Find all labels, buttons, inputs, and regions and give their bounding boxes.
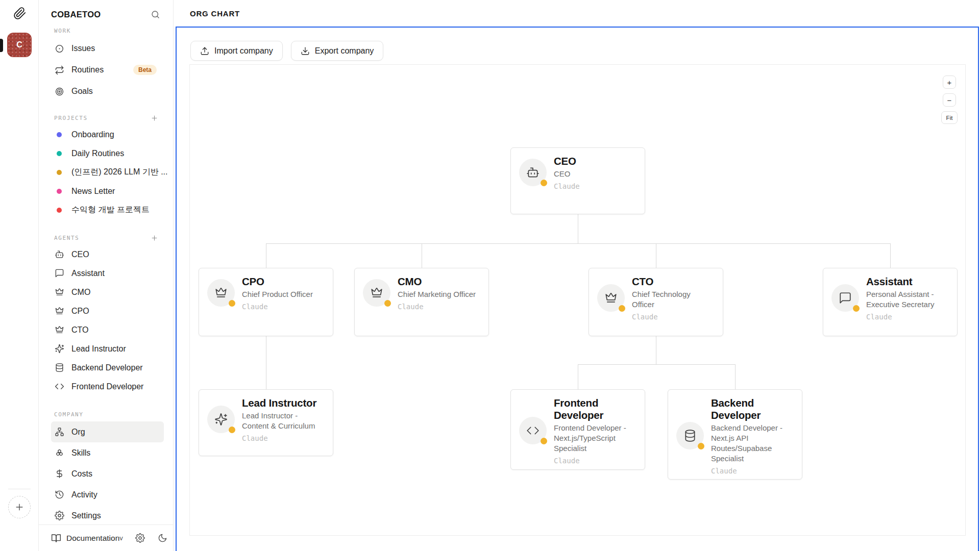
history-icon — [55, 490, 64, 499]
section-projects: PROJECTS Onboarding Daily Routines (인프런)… — [39, 113, 173, 219]
sidebar-item-agent-cto[interactable]: CTO — [51, 320, 164, 339]
sidebar-item-goals[interactable]: Goals — [51, 81, 164, 102]
agent-avatar — [676, 422, 704, 449]
org-chart-viewport[interactable]: CEO CEO Claude CPO Ch — [189, 64, 966, 536]
sidebar-item-activity[interactable]: Activity — [51, 484, 164, 505]
code-icon — [55, 382, 64, 391]
database-icon — [55, 363, 64, 372]
zoom-in-button[interactable]: + — [943, 76, 956, 89]
theme-toggle-button[interactable] — [158, 533, 168, 543]
org-chart-canvas[interactable]: Import company Export company — [176, 27, 979, 551]
item-label: Assistant — [71, 269, 105, 278]
sidebar-item-project-daily-routines[interactable]: Daily Routines — [51, 144, 164, 163]
section-work: WORK Issues Routines Beta Goals — [39, 26, 173, 102]
sidebar-content: WORK Issues Routines Beta Goals — [39, 24, 173, 524]
edge-drop-cpo — [266, 243, 266, 268]
issue-icon — [55, 44, 64, 54]
settings-button[interactable] — [135, 533, 145, 543]
workspace-rail: C — [0, 0, 39, 551]
item-label: News Letter — [71, 187, 115, 196]
active-workspace-indicator — [0, 39, 3, 52]
item-label: Frontend Developer — [71, 382, 143, 391]
sidebar-item-costs[interactable]: Costs — [51, 463, 164, 484]
org-node-cmo[interactable]: CMO Chief Marketing Officer Claude — [354, 268, 489, 336]
plus-icon — [151, 234, 158, 242]
org-node-lead-instructor[interactable]: Lead Instructor Lead Instructor - Conten… — [199, 389, 333, 456]
add-project-button[interactable] — [151, 113, 160, 122]
crown-icon — [604, 291, 618, 305]
crown-icon — [55, 287, 64, 297]
sidebar-item-org[interactable]: Org — [51, 421, 164, 442]
sidebar-item-agent-backend-developer[interactable]: Backend Developer — [51, 358, 164, 377]
section-label-work: WORK — [54, 28, 71, 34]
org-node-backend-developer[interactable]: Backend Developer Backend Developer - Ne… — [668, 389, 802, 480]
edge-drop-frontend — [578, 364, 578, 389]
edge-ceo-down — [578, 214, 578, 243]
documentation-button[interactable]: Documentation — [51, 533, 119, 543]
import-company-button[interactable]: Import company — [190, 41, 283, 61]
sidebar-item-project-revenue[interactable]: 수익형 개발 프로젝트 — [51, 201, 164, 219]
status-dot — [853, 305, 860, 312]
item-label: Lead Instructor — [71, 344, 126, 354]
node-model: Claude — [866, 313, 949, 321]
org-node-assistant[interactable]: Assistant Personal Assistant - Executive… — [823, 268, 958, 336]
add-workspace-button[interactable] — [8, 496, 31, 518]
export-company-button[interactable]: Export company — [291, 41, 384, 61]
moon-icon — [158, 533, 167, 543]
agent-avatar — [597, 284, 625, 312]
main: ORG CHART Import company Export company — [174, 0, 980, 551]
sidebar-item-agent-lead-instructor[interactable]: Lead Instructor — [51, 339, 164, 358]
org-node-cpo[interactable]: CPO Chief Product Officer Claude — [199, 268, 333, 336]
item-label: CPO — [71, 307, 89, 316]
sidebar-item-settings[interactable]: Settings — [51, 505, 164, 524]
node-model: Claude — [398, 303, 476, 311]
org-node-frontend-developer[interactable]: Frontend Developer Frontend Developer - … — [510, 389, 645, 470]
sidebar-item-agent-cmo[interactable]: CMO — [51, 283, 164, 302]
book-open-icon — [51, 533, 61, 543]
workspace-avatar-letter: C — [16, 40, 22, 49]
workspace-avatar[interactable]: C — [7, 33, 32, 57]
edge-level1-horizontal — [266, 243, 890, 244]
version-button[interactable]: v — [119, 534, 123, 542]
sidebar-item-agent-frontend-developer[interactable]: Frontend Developer — [51, 377, 164, 396]
status-dot — [384, 300, 391, 307]
agent-avatar — [207, 406, 235, 433]
status-dot — [229, 427, 235, 433]
org-node-cto[interactable]: CTO Chief Technology Officer Claude — [589, 268, 723, 336]
item-label: Costs — [71, 469, 92, 479]
database-icon — [683, 429, 697, 442]
agent-avatar — [519, 417, 547, 444]
sidebar-item-project-news-letter[interactable]: News Letter — [51, 182, 164, 201]
node-role: Chief Product Officer — [242, 289, 313, 299]
status-dot — [229, 300, 235, 307]
sidebar-item-agent-ceo[interactable]: CEO — [51, 245, 164, 264]
upload-icon — [200, 46, 209, 56]
add-agent-button[interactable] — [151, 233, 160, 242]
sidebar-header: COBAETOO — [39, 0, 173, 24]
sidebar-footer: Documentation v — [39, 524, 173, 551]
hexagons-icon — [55, 448, 64, 458]
zoom-out-button[interactable]: − — [943, 93, 956, 107]
org-chart-icon — [55, 427, 64, 437]
node-role: Personal Assistant - Executive Secretary — [866, 289, 949, 310]
sidebar-item-agent-assistant[interactable]: Assistant — [51, 264, 164, 283]
sidebar-item-routines[interactable]: Routines Beta — [51, 59, 164, 81]
item-label: Org — [71, 428, 85, 437]
node-role: Frontend Developer - Next.js/TypeScript … — [554, 423, 636, 453]
sidebar-item-skills[interactable]: Skills — [51, 442, 164, 463]
project-color-dot — [57, 151, 62, 156]
rail-divider — [8, 489, 31, 489]
edge-drop-backend — [735, 364, 736, 389]
item-label: Activity — [71, 490, 97, 499]
plus-icon — [14, 502, 24, 512]
search-button[interactable] — [151, 9, 162, 20]
org-node-ceo[interactable]: CEO CEO Claude — [510, 147, 645, 214]
page-header: ORG CHART — [174, 0, 980, 27]
edge-cpo-lead — [266, 336, 266, 389]
status-dot — [541, 180, 547, 186]
sidebar-item-agent-cpo[interactable]: CPO — [51, 302, 164, 320]
sidebar-item-project-llm[interactable]: (인프런) 2026 LLM 기반 ... — [51, 163, 164, 182]
zoom-fit-button[interactable]: Fit — [941, 111, 958, 124]
sidebar-item-project-onboarding[interactable]: Onboarding — [51, 125, 164, 144]
sidebar-item-issues[interactable]: Issues — [51, 38, 164, 59]
